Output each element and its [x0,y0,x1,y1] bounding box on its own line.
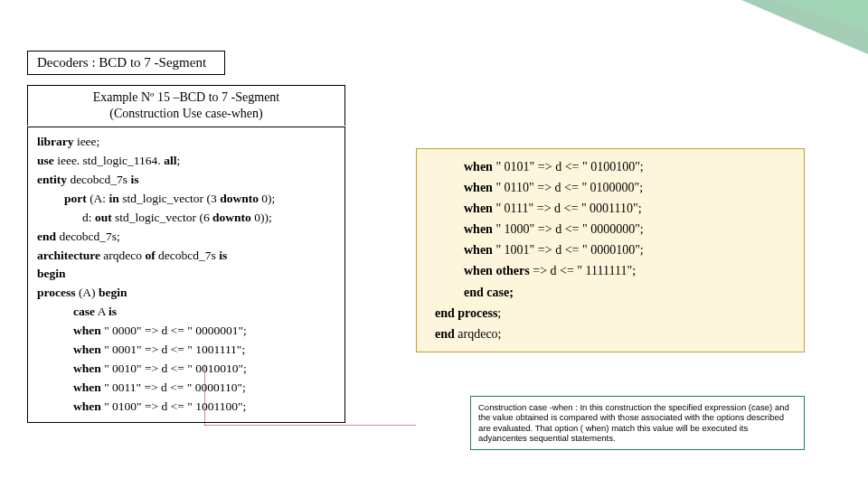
code-line: end process; [428,303,793,324]
code-line: when " 1001" => d <= " 0000100"; [428,239,793,260]
code-line: case A is [37,303,335,322]
example-header: Example Nº 15 –BCD to 7 -Segment (Constr… [27,85,345,126]
code-line: when " 0100" => d <= " 1001100"; [37,398,335,417]
code-line: when " 0000" => d <= " 0000001"; [37,322,335,341]
title-text: Decoders : BCD to 7 -Segment [37,55,206,70]
page-title: Decoders : BCD to 7 -Segment [27,51,225,75]
code-line: when " 0101" => d <= " 0100100"; [428,156,793,177]
code-line: begin [37,265,335,284]
code-line: when others => d <= " 1111111"; [428,260,793,281]
code-line: library ieee; [37,133,335,152]
code-line: end case; [428,282,793,303]
corner-ribbon [741,0,868,54]
code-line: when " 0111" => d <= " 0001110"; [428,198,793,219]
code-line: when " 0010" => d <= " 0010010"; [37,360,335,379]
example-line1: Example Nº 15 –BCD to 7 -Segment [37,89,335,106]
note-box: Construction case -when : In this constr… [470,396,805,450]
code-line: port (A: in std_logic_vector (3 downto 0… [37,190,335,209]
code-line: when " 0011" => d <= " 0000110"; [37,379,335,398]
code-block-right: when " 0101" => d <= " 0100100"; when " … [416,148,805,352]
code-line: when " 0001" => d <= " 1001111"; [37,341,335,360]
code-line: entity decobcd_7s is [37,171,335,190]
code-line: when " 0110" => d <= " 0100000"; [428,177,793,198]
code-line: use ieee. std_logic_1164. all; [37,152,335,171]
code-line: when " 1000" => d <= " 0000000"; [428,219,793,239]
code-block-left: library ieee; use ieee. std_logic_1164. … [27,127,345,423]
code-line: architecture arqdeco of decobcd_7s is [37,247,335,266]
code-line: end arqdeco; [428,324,793,344]
code-line: process (A) begin [37,284,335,303]
code-line: d: out std_logic_vector (6 downto 0)); [37,209,335,228]
example-line2: (Construction Use case-when) [37,106,335,122]
note-text: Construction case -when : In this constr… [478,402,789,443]
code-line: end decobcd_7s; [37,228,335,247]
